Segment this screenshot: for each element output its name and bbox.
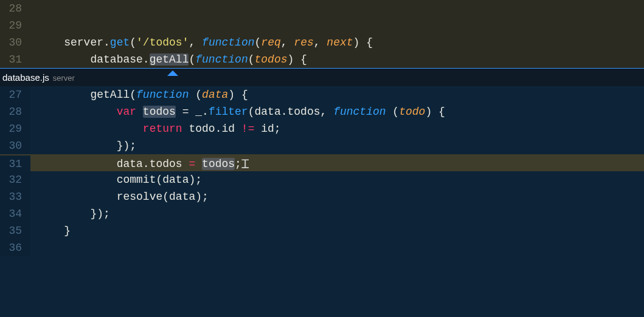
code-content[interactable]: getAll(function (data) {: [30, 86, 644, 103]
token: .: [103, 36, 110, 49]
code-content[interactable]: return todo.id != id;: [30, 120, 644, 137]
gutter-line-number: 32: [0, 171, 30, 188]
gutter-line-number: 35: [0, 222, 30, 239]
code-content[interactable]: server.get('/todos', function(req, res, …: [30, 34, 644, 51]
gutter-line-number: 31: [0, 155, 30, 172]
token: ) {: [353, 36, 373, 49]
gutter-line-number: 28: [0, 0, 30, 17]
code-content[interactable]: data.todos = todos;Ꮖ: [30, 154, 644, 172]
code-content[interactable]: resolve(data);: [30, 188, 644, 205]
peek-location: server: [53, 73, 75, 83]
token: [136, 106, 143, 118]
top-editor-line[interactable]: 30 server.get('/todos', function(req, re…: [0, 34, 644, 51]
token: var: [117, 106, 136, 118]
peek-editor-line[interactable]: 27 getAll(function (data) {: [0, 86, 644, 103]
code-content[interactable]: var todos = _.filter(data.todos, functio…: [30, 103, 644, 120]
token: function: [333, 106, 386, 118]
token: resolve(data);: [117, 191, 209, 203]
token: = _.: [176, 106, 209, 118]
gutter-line-number: 31: [0, 51, 30, 68]
token: todos: [143, 106, 176, 118]
token: }: [64, 225, 71, 237]
gutter-line-number: 27: [0, 86, 30, 103]
code-editor[interactable]: 282930 server.get('/todos', function(req…: [0, 0, 644, 317]
gutter-line-number: 29: [0, 120, 30, 137]
peek-header[interactable]: database.js server: [0, 68, 644, 86]
token: ,: [189, 36, 202, 49]
peek-editor-line[interactable]: 30 });: [0, 137, 644, 154]
peek-filename[interactable]: database.js: [2, 72, 49, 83]
peek-pointer-icon: [167, 70, 178, 76]
token: filter: [209, 106, 248, 118]
gutter-line-number: 29: [0, 17, 30, 34]
token: id;: [254, 123, 280, 135]
gutter-line-number: 30: [0, 137, 30, 154]
peek-editor-line[interactable]: 31 data.todos = todos;Ꮖ: [0, 154, 644, 171]
token: function: [202, 36, 254, 49]
token: database.: [90, 53, 149, 66]
gutter-line-number: 36: [0, 239, 30, 256]
token: data.todos: [117, 158, 189, 170]
token: (: [189, 89, 202, 101]
token: req: [261, 36, 280, 49]
token: todos: [202, 158, 235, 170]
token: function: [136, 89, 189, 101]
token: !=: [241, 123, 255, 135]
token: next: [327, 36, 353, 49]
peek-editor-line[interactable]: 33 resolve(data);: [0, 188, 644, 205]
peek-editor-line[interactable]: 29 return todo.id != id;: [0, 120, 644, 137]
token: (data.todos,: [248, 106, 333, 118]
token: ) {: [288, 53, 307, 66]
code-content[interactable]: commit(data);: [30, 171, 644, 188]
top-editor-pane[interactable]: 282930 server.get('/todos', function(req…: [0, 0, 644, 68]
peek-editor-line[interactable]: 35 }: [0, 222, 644, 239]
peek-editor-pane[interactable]: 27 getAll(function (data) {28 var todos …: [0, 86, 644, 317]
token: (: [189, 53, 195, 66]
peek-editor-line[interactable]: 34 });: [0, 205, 644, 222]
gutter-line-number: 34: [0, 205, 30, 222]
token: ;: [235, 158, 241, 170]
token: (: [386, 106, 400, 118]
token: getAll: [150, 53, 189, 66]
token: function: [195, 53, 248, 66]
token: [195, 158, 202, 170]
token: todos: [255, 53, 288, 66]
text-cursor-icon: Ꮖ: [241, 155, 250, 172]
token: ) {: [228, 89, 248, 101]
token: });: [117, 140, 136, 152]
token: (: [130, 36, 136, 49]
code-content[interactable]: database.getAll(function(todos) {: [30, 51, 644, 68]
token: ,: [314, 36, 327, 49]
top-editor-line[interactable]: 31 database.getAll(function(todos) {: [0, 51, 644, 68]
token: server: [64, 36, 103, 49]
token: '/todos': [136, 36, 189, 49]
token: });: [90, 208, 109, 220]
token: (: [255, 36, 261, 49]
gutter-line-number: 30: [0, 34, 30, 51]
token: =: [189, 158, 195, 170]
token: todo.id: [182, 123, 241, 135]
token: ) {: [425, 106, 445, 118]
peek-editor-line[interactable]: 28 var todos = _.filter(data.todos, func…: [0, 103, 644, 120]
token: todo: [399, 106, 425, 118]
token: commit(data);: [117, 174, 202, 186]
code-content[interactable]: });: [30, 205, 644, 222]
token: res: [294, 36, 313, 49]
token: getAll(: [90, 89, 136, 101]
code-content[interactable]: });: [30, 137, 644, 154]
token: get: [110, 36, 130, 49]
token: return: [143, 123, 182, 135]
gutter-line-number: 28: [0, 103, 30, 120]
gutter-line-number: 33: [0, 188, 30, 205]
peek-editor-line[interactable]: 36: [0, 239, 644, 256]
code-content[interactable]: }: [30, 222, 644, 239]
token: data: [202, 89, 228, 101]
top-editor-line[interactable]: 29: [0, 17, 644, 34]
top-editor-line[interactable]: 28: [0, 0, 644, 17]
peek-editor-line[interactable]: 32 commit(data);: [0, 171, 644, 188]
token: ,: [281, 36, 294, 49]
token: (: [248, 53, 255, 66]
